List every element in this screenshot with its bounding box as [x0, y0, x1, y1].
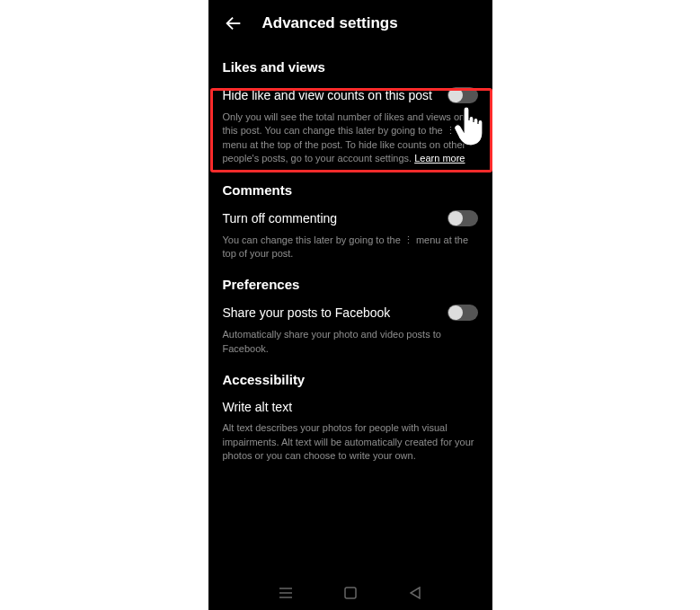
svg-marker-5: [411, 588, 420, 598]
toggle-share-fb[interactable]: [447, 305, 478, 321]
learn-more-link[interactable]: Learn more: [414, 153, 465, 164]
nav-home-icon[interactable]: [343, 586, 358, 600]
setting-label: Share your posts to Facebook: [223, 305, 447, 320]
setting-label: Hide like and view counts on this post: [223, 88, 447, 102]
page-title: Advanced settings: [262, 14, 398, 32]
toggle-knob: [448, 211, 463, 225]
setting-label: Turn off commenting: [223, 211, 447, 225]
setting-label: Write alt text: [223, 400, 478, 414]
phone-screen: Advanced settings Likes and views Hide l…: [208, 0, 492, 610]
setting-desc-accessibility: Alt text describes your photos for peopl…: [223, 421, 478, 463]
setting-row-commenting[interactable]: Turn off commenting: [223, 210, 478, 226]
toggle-hide-likes[interactable]: [447, 87, 478, 103]
toggle-commenting[interactable]: [447, 210, 478, 226]
system-nav-bar: [208, 576, 492, 610]
setting-row-share-fb[interactable]: Share your posts to Facebook: [223, 305, 478, 321]
setting-desc-comments: You can change this later by going to th…: [223, 234, 478, 261]
section-title-accessibility: Accessibility: [223, 372, 478, 387]
toggle-knob: [448, 88, 463, 102]
setting-row-alt-text[interactable]: Write alt text: [223, 400, 478, 414]
section-title-likes: Likes and views: [223, 59, 478, 75]
setting-desc-likes: Only you will see the total number of li…: [223, 111, 478, 166]
svg-rect-4: [345, 588, 356, 598]
settings-content: Likes and views Hide like and view count…: [208, 59, 492, 463]
toggle-knob: [448, 305, 463, 320]
section-title-comments: Comments: [223, 182, 478, 198]
header: Advanced settings: [208, 0, 492, 43]
setting-desc-preferences: Automatically share your photo and video…: [223, 328, 478, 356]
back-arrow-icon[interactable]: [223, 13, 244, 34]
section-title-preferences: Preferences: [223, 277, 478, 292]
nav-back-icon[interactable]: [408, 586, 422, 600]
nav-recents-icon[interactable]: [279, 586, 293, 600]
setting-row-hide-likes[interactable]: Hide like and view counts on this post: [223, 87, 478, 103]
